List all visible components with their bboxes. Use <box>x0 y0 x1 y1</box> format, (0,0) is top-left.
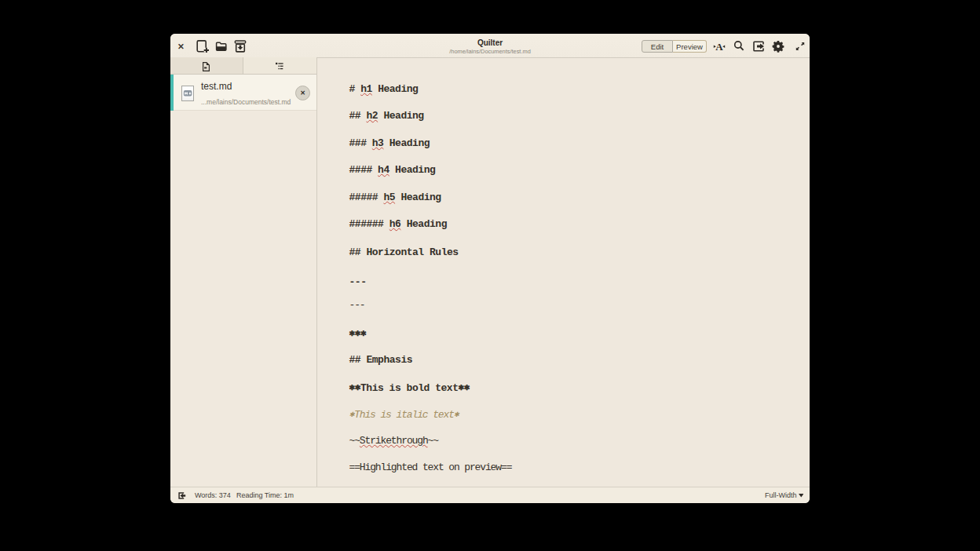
svg-text:A: A <box>715 41 723 53</box>
